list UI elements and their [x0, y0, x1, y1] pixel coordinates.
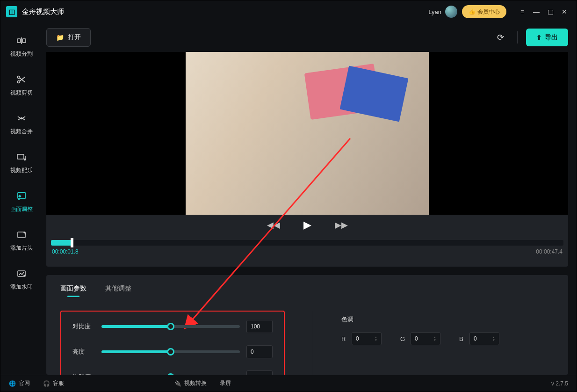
version-label: v 2.7.5	[551, 380, 568, 387]
panel-divider	[313, 311, 313, 375]
saturation-value[interactable]: 100	[246, 370, 273, 375]
sidebar-item-label: 视频剪切	[10, 89, 33, 97]
folder-icon: 📁	[56, 34, 64, 41]
g-input[interactable]: 0▲▼	[411, 332, 440, 345]
sidebar-item-intro[interactable]: 添加片头	[0, 225, 43, 255]
tone-title: 色调	[341, 315, 554, 324]
sidebar-item-watermark[interactable]: 添加水印	[0, 264, 43, 294]
sidebar-item-label: 视频合并	[10, 128, 33, 136]
contrast-row: 对比度 100	[72, 320, 273, 333]
svg-point-7	[21, 118, 22, 119]
tone-r: R 0▲▼	[341, 332, 382, 345]
avatar-icon[interactable]	[445, 6, 457, 18]
svg-point-15	[25, 233, 25, 234]
rewind-button[interactable]: ◀◀	[267, 220, 280, 230]
picture-params-highlight: 对比度 100 亮度	[60, 311, 285, 375]
timeline-track[interactable]	[51, 240, 563, 246]
timeline-handle[interactable]	[71, 238, 73, 247]
menu-button[interactable]: ≡	[516, 5, 529, 18]
tone-section: 色调 R 0▲▼ G 0▲▼ B	[341, 311, 554, 375]
contrast-slider[interactable]	[101, 325, 240, 328]
sidebar-item-split[interactable]: 视频分割	[0, 31, 43, 61]
music-icon	[15, 151, 28, 164]
app-title: 金舟视频大师	[22, 7, 64, 16]
current-time: 00:00:01.8	[52, 248, 79, 255]
b-input[interactable]: 0▲▼	[469, 332, 499, 345]
video-preview[interactable]	[46, 52, 568, 215]
member-center-label: 会员中心	[477, 8, 500, 16]
footer-website[interactable]: 🌐 官网	[9, 379, 30, 387]
slider-fill	[101, 350, 171, 353]
svg-point-9	[24, 159, 26, 160]
contrast-label: 对比度	[72, 322, 95, 331]
plug-icon: 🔌	[174, 380, 181, 387]
sidebar-item-label: 视频配乐	[10, 167, 33, 174]
svg-point-4	[18, 81, 20, 83]
saturation-label: 饱和度	[72, 373, 95, 375]
tab-picture-params[interactable]: 画面参数	[60, 284, 87, 297]
maximize-button[interactable]: ▢	[544, 5, 557, 18]
sidebar-item-label: 视频分割	[10, 50, 33, 58]
slider-knob[interactable]	[167, 373, 174, 375]
forward-button[interactable]: ▶▶	[335, 220, 348, 230]
spin-down-icon[interactable]: ▼	[492, 339, 495, 341]
sidebar-item-adjust[interactable]: + 画面调整	[0, 187, 43, 216]
footer-label: 官网	[19, 379, 30, 387]
brightness-value[interactable]: 0	[246, 345, 273, 358]
svg-text:+: +	[19, 194, 21, 198]
footer-label: 视频转换	[184, 379, 207, 387]
split-icon	[15, 34, 28, 47]
tab-label: 其他调整	[105, 284, 131, 292]
slider-knob[interactable]	[167, 323, 174, 330]
sidebar-item-music[interactable]: 视频配乐	[0, 148, 43, 177]
sidebar-item-label: 画面调整	[10, 205, 33, 213]
tone-g: G 0▲▼	[400, 332, 440, 345]
open-button[interactable]: 📁 打开	[46, 28, 91, 47]
svg-rect-1	[22, 39, 26, 43]
export-button[interactable]: ⬆ 导出	[526, 29, 568, 46]
tab-other-adjust[interactable]: 其他调整	[105, 284, 131, 297]
scissors-icon	[15, 73, 28, 86]
brightness-slider[interactable]	[101, 350, 240, 353]
contrast-value[interactable]: 100	[246, 320, 273, 333]
sidebar-item-label: 添加片头	[10, 244, 33, 252]
headset-icon: 🎧	[43, 380, 50, 387]
intro-icon	[15, 228, 28, 241]
footer-record[interactable]: 录屏	[220, 379, 231, 387]
timeline-progress	[51, 240, 71, 246]
brightness-row: 亮度 0	[72, 345, 273, 358]
play-button[interactable]: ▶	[303, 219, 311, 231]
spin-down-icon[interactable]: ▼	[375, 339, 377, 341]
footer-convert[interactable]: 🔌 视频转换	[174, 379, 207, 387]
svg-rect-8	[17, 154, 24, 159]
tab-label: 画面参数	[60, 284, 87, 292]
g-label: G	[400, 335, 407, 342]
preview-area: ◀◀ ▶ ▶▶ 00:00:01.8 00:00:47.4	[46, 52, 568, 267]
upload-icon: ⬆	[536, 34, 542, 41]
brightness-label: 亮度	[72, 348, 95, 356]
thumb-up-icon: 👍	[469, 8, 476, 15]
refresh-button[interactable]: ⟳	[492, 29, 509, 46]
r-input[interactable]: 0▲▼	[352, 332, 382, 345]
toolbar: 📁 打开 ⟳ ⬆ 导出	[46, 23, 568, 52]
r-label: R	[341, 335, 348, 342]
footer-label: 客服	[53, 379, 64, 387]
slider-knob[interactable]	[167, 348, 174, 356]
watermark-icon	[15, 267, 28, 280]
svg-point-3	[18, 76, 20, 79]
member-center-button[interactable]: 👍 会员中心	[462, 5, 506, 18]
merge-icon	[15, 112, 28, 125]
divider	[517, 31, 518, 44]
close-button[interactable]: ✕	[558, 5, 571, 18]
svg-point-17	[24, 275, 25, 276]
sidebar-item-merge[interactable]: 视频合并	[0, 109, 43, 138]
sidebar-item-cut[interactable]: 视频剪切	[0, 70, 43, 100]
user-block[interactable]: Lyan	[428, 6, 457, 18]
minimize-button[interactable]: ―	[530, 5, 543, 18]
footer: 🌐 官网 🎧 客服 🔌 视频转换 录屏 v 2.7.5	[0, 375, 577, 392]
svg-rect-0	[17, 39, 21, 43]
spin-down-icon[interactable]: ▼	[433, 339, 436, 341]
app-logo-icon: ◫	[6, 6, 17, 17]
footer-support[interactable]: 🎧 客服	[43, 379, 64, 387]
sidebar-item-label: 添加水印	[10, 283, 33, 291]
